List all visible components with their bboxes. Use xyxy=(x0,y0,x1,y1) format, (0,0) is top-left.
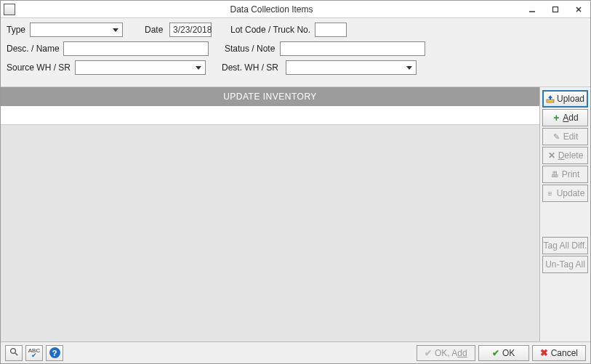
close-button[interactable] xyxy=(570,3,587,16)
main-area: UPDATE INVENTORY Upload + Add ✎ Edit xyxy=(1,87,590,341)
update-label: Update xyxy=(557,188,585,198)
help-button[interactable]: ? xyxy=(46,345,63,361)
cancel-label: Cancel xyxy=(551,348,578,358)
pencil-icon: ✎ xyxy=(552,132,561,141)
status-input[interactable] xyxy=(280,41,425,56)
delete-label: Delete xyxy=(558,150,584,161)
check-icon: ✔ xyxy=(425,348,432,358)
abc-check-icon: ABC✔ xyxy=(28,348,40,358)
help-icon: ? xyxy=(49,347,60,358)
upload-label: Upload xyxy=(557,94,584,104)
lot-label: Lot Code / Truck No. xyxy=(230,25,310,35)
update-inventory-banner[interactable]: UPDATE INVENTORY xyxy=(1,87,539,106)
tag-all-diff-button[interactable]: Tag All Diff. xyxy=(542,237,588,254)
grid-body[interactable] xyxy=(1,106,539,341)
search-button[interactable] xyxy=(5,345,23,361)
svg-rect-4 xyxy=(547,100,554,102)
plus-icon: + xyxy=(552,113,560,122)
sidebar: Upload + Add ✎ Edit ✕ Delete 🖶 Print ≡ U… xyxy=(539,87,590,341)
add-button[interactable]: + Add xyxy=(542,109,588,126)
chevron-down-icon xyxy=(406,66,412,70)
maximize-button[interactable] xyxy=(547,3,564,16)
form-area: Type Date 3/23/2018 Lot Code / Truck No.… xyxy=(1,18,590,87)
type-label: Type xyxy=(7,25,25,35)
chevron-down-icon xyxy=(196,66,201,70)
printer-icon: 🖶 xyxy=(551,170,560,179)
ok-button[interactable]: ✔ OK xyxy=(478,345,529,361)
update-inventory-label: UPDATE INVENTORY xyxy=(223,92,317,102)
edit-button[interactable]: ✎ Edit xyxy=(542,128,588,145)
upload-button[interactable]: Upload xyxy=(542,90,588,108)
lot-input[interactable] xyxy=(315,23,347,37)
ok-label: OK xyxy=(502,348,515,358)
tag-all-diff-label: Tag All Diff. xyxy=(544,240,587,251)
date-value: 3/23/2018 xyxy=(173,25,212,35)
untag-all-label: Un-Tag All xyxy=(545,259,585,270)
update-button[interactable]: ≡ Update xyxy=(542,185,588,202)
svg-line-6 xyxy=(15,353,17,355)
titlebar: Data Collection Items xyxy=(1,1,590,18)
bottom-toolbar: ABC✔ ? ✔ OK, Add ✔ OK ✖ Cancel xyxy=(1,341,590,363)
dest-wh-combo[interactable] xyxy=(286,60,417,75)
grid-empty-row xyxy=(1,106,539,125)
desc-label: Desc. / Name xyxy=(7,44,59,54)
spellcheck-button[interactable]: ABC✔ xyxy=(25,345,43,361)
ok-add-button[interactable]: ✔ OK, Add xyxy=(417,345,475,361)
check-icon: ✔ xyxy=(492,348,499,358)
edit-label: Edit xyxy=(563,132,579,142)
app-icon xyxy=(4,4,15,15)
status-label: Status / Note xyxy=(225,44,276,54)
ok-add-label: OK, Add xyxy=(435,348,467,358)
untag-all-button[interactable]: Un-Tag All xyxy=(542,256,588,273)
chevron-down-icon xyxy=(113,28,118,32)
print-button[interactable]: 🖶 Print xyxy=(542,166,588,183)
dest-wh-label: Dest. WH / SR xyxy=(222,62,281,73)
minimize-button[interactable] xyxy=(523,3,541,16)
cancel-button[interactable]: ✖ Cancel xyxy=(532,345,586,361)
upload-icon xyxy=(546,94,555,103)
x-icon: ✖ xyxy=(540,349,548,357)
delete-button[interactable]: ✕ Delete xyxy=(542,147,588,164)
x-icon: ✕ xyxy=(547,151,556,160)
date-label: Date xyxy=(145,25,165,35)
print-label: Print xyxy=(562,169,580,179)
source-wh-combo[interactable] xyxy=(75,60,206,75)
add-label: Add xyxy=(563,113,578,123)
window-title: Data Collection Items xyxy=(20,4,523,15)
update-icon: ≡ xyxy=(546,189,555,198)
date-input[interactable]: 3/23/2018 xyxy=(169,23,212,37)
grid-area: UPDATE INVENTORY xyxy=(1,87,539,341)
window: Data Collection Items Type Date 3/23/201… xyxy=(0,0,591,364)
window-controls xyxy=(523,3,587,16)
magnifier-icon xyxy=(9,347,19,359)
svg-rect-1 xyxy=(553,7,558,12)
desc-input[interactable] xyxy=(63,41,209,56)
type-combo[interactable] xyxy=(30,23,123,37)
svg-point-5 xyxy=(10,348,15,353)
source-wh-label: Source WH / SR xyxy=(7,62,71,73)
